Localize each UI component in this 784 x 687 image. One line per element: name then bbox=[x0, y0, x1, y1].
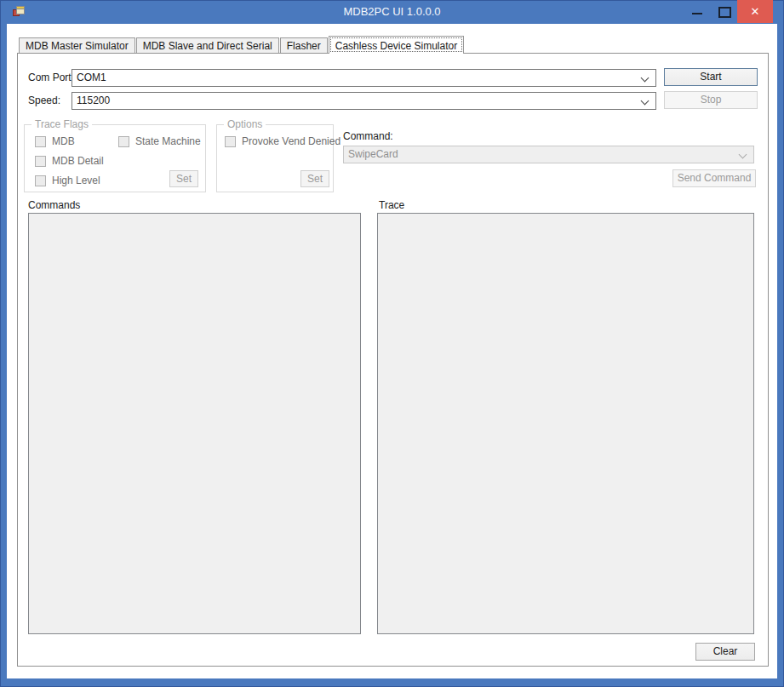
maximize-button[interactable] bbox=[712, 0, 735, 23]
checkbox-mdb[interactable]: MDB bbox=[35, 135, 75, 147]
com-port-value: COM1 bbox=[77, 72, 106, 83]
command-combobox[interactable]: SwipeCard bbox=[343, 146, 754, 163]
tab-strip: MDB Master Simulator MDB Slave and Direc… bbox=[19, 36, 465, 53]
checkbox-icon bbox=[225, 136, 236, 147]
chevron-down-icon bbox=[641, 74, 650, 83]
options-group-title: Options bbox=[224, 118, 266, 130]
checkbox-label: High Level bbox=[52, 175, 100, 186]
chevron-down-icon bbox=[739, 151, 747, 159]
checkbox-label: MDB bbox=[52, 135, 75, 147]
speed-value: 115200 bbox=[77, 94, 110, 106]
titlebar: MDB2PC UI 1.0.0.0 ✕ bbox=[0, 0, 784, 24]
tab-cashless-device-simulator[interactable]: Cashless Device Simulator bbox=[329, 36, 464, 54]
com-port-label: Com Port: bbox=[28, 72, 74, 83]
chevron-down-icon bbox=[641, 97, 650, 106]
checkbox-state-machine[interactable]: State Machine bbox=[118, 135, 201, 147]
trace-list[interactable] bbox=[377, 213, 754, 634]
checkbox-icon bbox=[35, 136, 46, 147]
minimize-icon bbox=[692, 13, 702, 14]
window-title: MDB2PC UI 1.0.0.0 bbox=[0, 0, 784, 24]
com-port-combobox[interactable]: COM1 bbox=[72, 69, 656, 87]
checkbox-label: State Machine bbox=[135, 135, 201, 147]
commands-panel-label: Commands bbox=[28, 199, 80, 211]
checkbox-icon bbox=[35, 175, 46, 186]
trace-flags-group-title: Trace Flags bbox=[31, 118, 92, 130]
command-value: SwipeCard bbox=[348, 148, 398, 160]
speed-label: Speed: bbox=[28, 94, 60, 106]
close-button[interactable]: ✕ bbox=[737, 0, 773, 23]
close-icon: ✕ bbox=[751, 5, 760, 18]
checkbox-icon bbox=[118, 136, 129, 147]
checkbox-label: MDB Detail bbox=[52, 155, 104, 167]
commands-list[interactable] bbox=[28, 213, 361, 634]
trace-flags-groupbox: Trace Flags MDB State Machine MDB Detail… bbox=[24, 124, 206, 192]
command-label: Command: bbox=[343, 130, 393, 142]
tab-mdb-master-simulator[interactable]: MDB Master Simulator bbox=[19, 37, 135, 53]
trace-panel-label: Trace bbox=[379, 199, 404, 211]
send-command-button[interactable]: Send Command bbox=[672, 169, 756, 187]
tab-mdb-slave-and-direct-serial[interactable]: MDB Slave and Direct Serial bbox=[136, 37, 279, 53]
tab-flasher[interactable]: Flasher bbox=[280, 37, 328, 53]
checkbox-mdb-detail[interactable]: MDB Detail bbox=[35, 155, 104, 167]
speed-combobox[interactable]: 115200 bbox=[72, 92, 656, 110]
checkbox-label: Provoke Vend Denied bbox=[242, 135, 340, 147]
options-groupbox: Options Provoke Vend Denied Set bbox=[216, 124, 334, 192]
options-set-button[interactable]: Set bbox=[300, 170, 329, 187]
checkbox-icon bbox=[35, 156, 46, 167]
minimize-button[interactable] bbox=[684, 0, 710, 23]
start-button[interactable]: Start bbox=[664, 68, 758, 86]
checkbox-high-level[interactable]: High Level bbox=[35, 175, 100, 186]
trace-flags-set-button[interactable]: Set bbox=[169, 170, 198, 187]
checkbox-provoke-vend-denied[interactable]: Provoke Vend Denied bbox=[225, 135, 340, 147]
maximize-icon bbox=[718, 7, 731, 18]
stop-button[interactable]: Stop bbox=[664, 91, 758, 109]
clear-button[interactable]: Clear bbox=[695, 643, 755, 661]
app-window: MDB2PC UI 1.0.0.0 ✕ MDB Master Simulator… bbox=[0, 0, 784, 687]
